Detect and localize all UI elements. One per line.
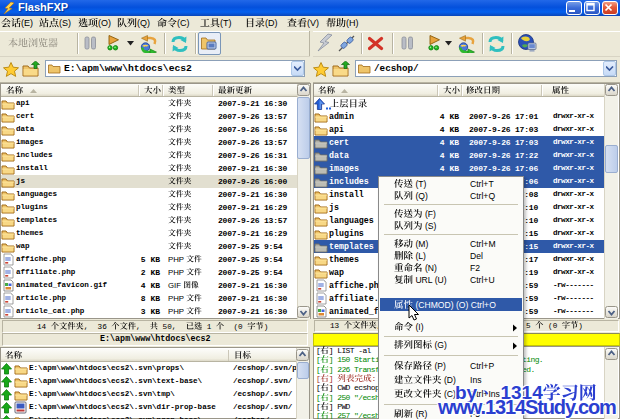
svg-text:PHP: PHP xyxy=(168,307,186,316)
svg-text:(N): (N) xyxy=(423,263,437,273)
svg-text:[: [ xyxy=(316,411,320,419)
svg-text:]: ] xyxy=(329,374,337,383)
svg-text:Ctrl+T: Ctrl+T xyxy=(470,179,494,189)
svg-text:(D): (D) xyxy=(442,375,456,385)
svg-text:(V): (V) xyxy=(307,18,319,28)
svg-text:(CHMOD) (O) Ctrl+O: (CHMOD) (O) Ctrl+O xyxy=(413,300,496,310)
svg-text:(E): (E) xyxy=(21,18,33,28)
svg-text:,: , xyxy=(136,323,150,331)
svg-text:[: [ xyxy=(316,393,320,402)
svg-text:14: 14 xyxy=(37,323,51,331)
svg-text:www.1314Study.com: www.1314Study.com xyxy=(437,396,616,418)
svg-text:PHP: PHP xyxy=(168,268,186,277)
svg-text:(O): (O) xyxy=(98,18,111,28)
svg-text:URL (U): URL (U) xyxy=(413,275,447,285)
svg-text:[: [ xyxy=(316,383,320,392)
svg-text:(P): (P) xyxy=(432,361,446,371)
svg-text:(0: (0 xyxy=(544,322,562,330)
svg-text:1: 1 xyxy=(202,323,216,331)
svg-text:(R): (R) xyxy=(413,409,427,419)
svg-text:(F): (F) xyxy=(423,209,436,219)
svg-text:(Q): (Q) xyxy=(137,18,150,28)
svg-text:F2: F2 xyxy=(470,263,480,273)
svg-text:(G): (G) xyxy=(432,340,447,350)
svg-text:50,: 50, xyxy=(158,323,186,331)
svg-text:Ctrl+P: Ctrl+P xyxy=(470,361,494,371)
svg-text:[: [ xyxy=(316,355,320,364)
svg-text:(S): (S) xyxy=(423,221,437,231)
svg-text:(T): (T) xyxy=(220,18,232,28)
svg-text:[: [ xyxy=(316,374,320,383)
svg-text:] CWD ecshop: ] CWD ecshop xyxy=(329,383,380,392)
svg-text:GIF: GIF xyxy=(168,281,183,290)
svg-text:, 36: , 36 xyxy=(84,323,112,331)
svg-text:] LIST -al: ] LIST -al xyxy=(329,346,372,355)
svg-text:(M): (M) xyxy=(413,239,428,249)
svg-text:(I): (I) xyxy=(413,322,424,332)
svg-text:(C): (C) xyxy=(177,18,190,28)
svg-text:(S): (S) xyxy=(59,18,71,28)
svg-text:(0: (0 xyxy=(224,323,247,331)
svg-text:): ) xyxy=(578,322,583,330)
svg-text:Ctrl+Q: Ctrl+Q xyxy=(470,191,495,201)
svg-text:[: [ xyxy=(316,346,320,355)
svg-text:[: [ xyxy=(316,402,320,411)
svg-text:(T): (T) xyxy=(413,179,426,189)
svg-text:PHP: PHP xyxy=(168,255,186,264)
svg-text:(D): (D) xyxy=(265,18,278,28)
svg-text:(L): (L) xyxy=(413,251,426,261)
svg-text:Ctrl+M: Ctrl+M xyxy=(470,239,496,249)
svg-text:(H): (H) xyxy=(346,18,359,28)
svg-text:Del: Del xyxy=(470,251,483,261)
svg-text:] PWD: ] PWD xyxy=(329,402,351,411)
svg-text:13: 13 xyxy=(330,322,344,330)
svg-text:Ctrl+U: Ctrl+U xyxy=(470,275,495,285)
svg-text:): ) xyxy=(264,323,269,331)
svg-text:[: [ xyxy=(316,365,320,374)
svg-text:PHP: PHP xyxy=(168,294,186,303)
svg-text:(Q): (Q) xyxy=(413,191,428,201)
